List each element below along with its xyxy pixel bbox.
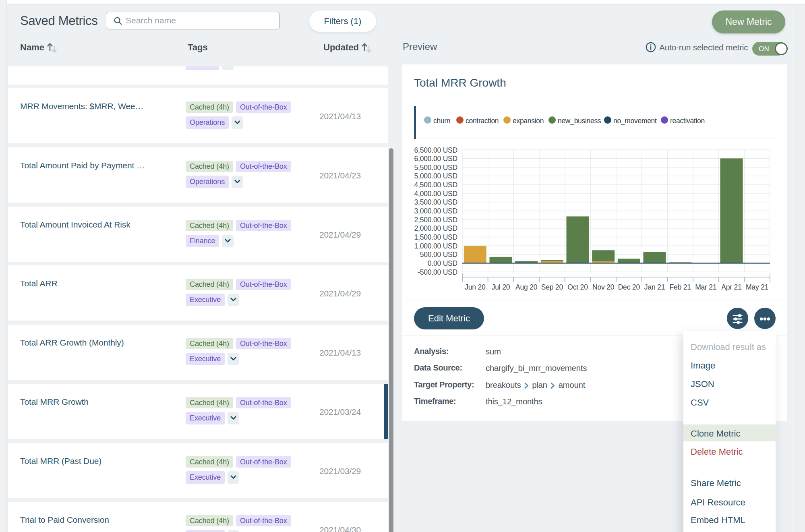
- svg-text:Jun 20: Jun 20: [465, 283, 486, 291]
- svg-text:3,500.00 USD: 3,500.00 USD: [414, 198, 457, 206]
- svg-text:3,000.00 USD: 3,000.00 USD: [414, 207, 457, 215]
- svg-text:Feb 21: Feb 21: [670, 283, 691, 291]
- svg-text:Oct 20: Oct 20: [567, 283, 588, 291]
- svg-text:Jan 21: Jan 21: [644, 283, 665, 291]
- svg-text:6,500.00 USD: 6,500.00 USD: [414, 146, 457, 154]
- svg-text:6,000.00 USD: 6,000.00 USD: [414, 155, 457, 163]
- svg-text:Nov 20: Nov 20: [592, 283, 615, 291]
- svg-text:Apr 21: Apr 21: [721, 283, 741, 291]
- svg-text:Dec 20: Dec 20: [618, 283, 640, 291]
- svg-text:Jul 20: Jul 20: [492, 283, 510, 291]
- svg-text:0.00 USD: 0.00 USD: [428, 259, 457, 267]
- svg-text:5,500.00 USD: 5,500.00 USD: [414, 164, 457, 172]
- svg-text:4,000.00 USD: 4,000.00 USD: [414, 190, 457, 198]
- svg-text:Aug 20: Aug 20: [515, 283, 538, 291]
- svg-text:Sep 20: Sep 20: [541, 283, 563, 291]
- svg-text:May 21: May 21: [746, 283, 768, 291]
- svg-text:500.00 USD: 500.00 USD: [420, 250, 457, 259]
- svg-text:2,000.00 USD: 2,000.00 USD: [414, 224, 457, 232]
- svg-text:4,500.00 USD: 4,500.00 USD: [414, 181, 457, 189]
- svg-text:-500.00 USD: -500.00 USD: [418, 268, 457, 276]
- svg-text:1,500.00 USD: 1,500.00 USD: [414, 233, 457, 241]
- svg-text:1,000.00 USD: 1,000.00 USD: [414, 242, 457, 250]
- svg-text:Mar 21: Mar 21: [695, 283, 716, 291]
- svg-text:2,500.00 USD: 2,500.00 USD: [414, 216, 457, 224]
- svg-text:5,000.00 USD: 5,000.00 USD: [414, 172, 457, 180]
